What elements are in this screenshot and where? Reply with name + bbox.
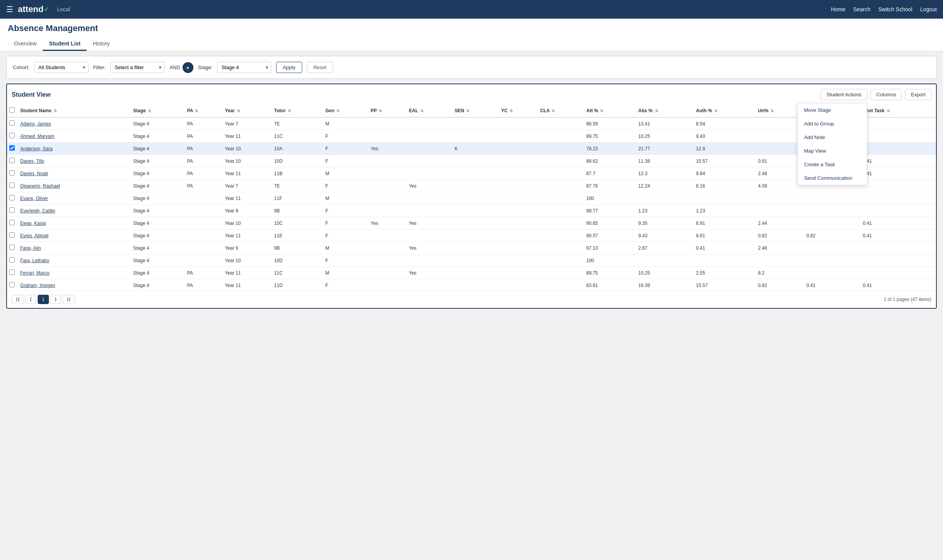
table-cell <box>861 143 936 155</box>
table-row: Diganerio, RaphaelStage 4PAYear 77EFYes8… <box>7 180 936 192</box>
nav-switch-school[interactable]: Switch School <box>878 6 912 12</box>
nav-logout[interactable]: Logout <box>920 6 937 12</box>
stage-select[interactable]: Stage 4 <box>217 62 271 73</box>
pagination-page-1[interactable]: 1 <box>38 295 49 304</box>
table-cell <box>538 254 584 267</box>
table-cell <box>756 117 804 130</box>
dropdown-send-communication[interactable]: Send Communication <box>798 171 867 185</box>
hamburger-icon[interactable]: ☰ <box>6 5 13 14</box>
student-name-link[interactable]: Adams, James <box>20 121 51 127</box>
table-cell <box>185 254 223 267</box>
dropdown-add-note[interactable]: Add Note <box>798 130 867 144</box>
col-stage[interactable]: Stage ⇅ <box>131 104 185 117</box>
col-year[interactable]: Year ⇅ <box>223 104 272 117</box>
row-checkbox[interactable] <box>9 170 15 176</box>
student-name-link[interactable]: Anderson, Sara <box>20 146 52 151</box>
col-gen[interactable]: Gen ⇅ <box>323 104 369 117</box>
filter-select-wrapper[interactable]: Select a filter ▾ <box>110 62 165 73</box>
cohort-select[interactable]: All Students <box>34 62 89 73</box>
row-checkbox[interactable] <box>9 133 15 138</box>
student-name-link[interactable]: Diganerio, Raphael <box>20 183 60 189</box>
table-cell: 8.16 <box>694 180 756 192</box>
pagination-next[interactable]: ⟩ <box>50 295 61 304</box>
table-cell <box>538 267 584 279</box>
row-checkbox[interactable] <box>9 245 15 250</box>
columns-button[interactable]: Columns <box>870 89 902 100</box>
table-cell <box>499 167 538 180</box>
nav-search[interactable]: Search <box>853 6 870 12</box>
nav-home[interactable]: Home <box>831 6 846 12</box>
student-name-link[interactable]: Ferrari, Marco <box>20 270 49 276</box>
table-cell: 0.41 <box>861 155 936 167</box>
row-checkbox[interactable] <box>9 220 15 225</box>
table-cell: Year 11 <box>223 167 272 180</box>
table-cell: M <box>323 117 369 130</box>
col-un[interactable]: Un% ⇅ <box>756 104 804 117</box>
cohort-select-wrapper[interactable]: All Students ▾ <box>34 62 89 73</box>
table-cell <box>861 267 936 279</box>
tab-overview[interactable]: Overview <box>8 37 43 51</box>
table-cell <box>407 192 452 205</box>
tab-history[interactable]: History <box>87 37 116 51</box>
col-pp[interactable]: PP ⇅ <box>368 104 406 117</box>
student-name-link[interactable]: Graham, Imogen <box>20 283 55 288</box>
col-tutor[interactable]: Tutor ⇅ <box>272 104 323 117</box>
student-name-link[interactable]: Ahmed, Maryam <box>20 134 54 139</box>
row-checkbox[interactable] <box>9 207 15 213</box>
row-checkbox[interactable] <box>9 195 15 200</box>
student-name-link[interactable]: Evans, Oliver <box>20 196 48 201</box>
dropdown-map-view[interactable]: Map View <box>798 144 867 158</box>
table-cell <box>407 130 452 143</box>
col-abs[interactable]: Abs % ⇅ <box>636 104 694 117</box>
dropdown-add-to-group[interactable]: Add to Group <box>798 117 867 130</box>
pagination-last[interactable]: ⟩⟩ <box>63 295 75 304</box>
col-next-task[interactable]: Next Task ⇅ <box>861 104 936 117</box>
col-cla[interactable]: CLA ⇅ <box>538 104 584 117</box>
table-cell: 12.9 <box>694 143 756 155</box>
row-checkbox[interactable] <box>9 232 15 238</box>
col-auth[interactable]: Auth % ⇅ <box>694 104 756 117</box>
col-student-name[interactable]: Student Name ⇅ <box>18 104 131 117</box>
student-name-link[interactable]: Davies, Noah <box>20 171 48 176</box>
pagination-prev[interactable]: ⟨ <box>26 295 36 304</box>
row-checkbox[interactable] <box>9 270 15 275</box>
dropdown-create-task[interactable]: Create a Task <box>798 158 867 171</box>
table-cell <box>452 130 499 143</box>
reset-button[interactable]: Reset <box>307 62 333 73</box>
table-cell: F <box>323 130 369 143</box>
table-cell: Year 10 <box>223 155 272 167</box>
student-actions-button[interactable]: Student Actions <box>821 89 867 100</box>
row-checkbox[interactable] <box>9 158 15 163</box>
col-pa[interactable]: PA ⇅ <box>185 104 223 117</box>
select-all-checkbox[interactable] <box>9 107 15 113</box>
student-name-link[interactable]: Fara, Lethabo <box>20 258 49 263</box>
student-name-link[interactable]: Everleigh, Caitlin <box>20 208 55 214</box>
student-name-link[interactable]: Fane, Alin <box>20 245 41 251</box>
col-sen[interactable]: SEN ⇅ <box>452 104 499 117</box>
pagination-first[interactable]: ⟨⟨ <box>12 295 24 304</box>
student-name-link[interactable]: Eyres, Abigail <box>20 233 49 238</box>
table-cell <box>499 192 538 205</box>
apply-button[interactable]: Apply <box>276 62 302 73</box>
table-cell: Stage 4 <box>131 230 185 242</box>
export-button[interactable]: Export <box>905 89 931 100</box>
student-name-link[interactable]: Ewas, Kasia <box>20 221 46 226</box>
stage-select-wrapper[interactable]: Stage 4 ▾ <box>217 62 271 73</box>
table-cell: Yes <box>407 217 452 230</box>
select-all-header[interactable] <box>7 104 18 117</box>
col-att[interactable]: Att % ⇅ <box>584 104 636 117</box>
dropdown-move-stage[interactable]: Move Stage <box>798 103 867 117</box>
col-yc[interactable]: YC ⇅ <box>499 104 538 117</box>
table-row: Eyres, AbigailStage 4Year 1111EF90.579.4… <box>7 230 936 242</box>
filter-select[interactable]: Select a filter <box>110 62 165 73</box>
col-eal[interactable]: EAL ⇅ <box>407 104 452 117</box>
row-checkbox[interactable] <box>9 257 15 263</box>
tab-student-list[interactable]: Student List <box>43 37 87 51</box>
student-name-link[interactable]: Danes, Tilly <box>20 158 44 164</box>
table-cell <box>407 117 452 130</box>
row-checkbox[interactable] <box>9 282 15 287</box>
row-checkbox[interactable] <box>9 120 15 126</box>
row-checkbox[interactable] <box>9 145 15 151</box>
row-checkbox[interactable] <box>9 183 15 188</box>
table-cell: 83.61 <box>584 279 636 291</box>
